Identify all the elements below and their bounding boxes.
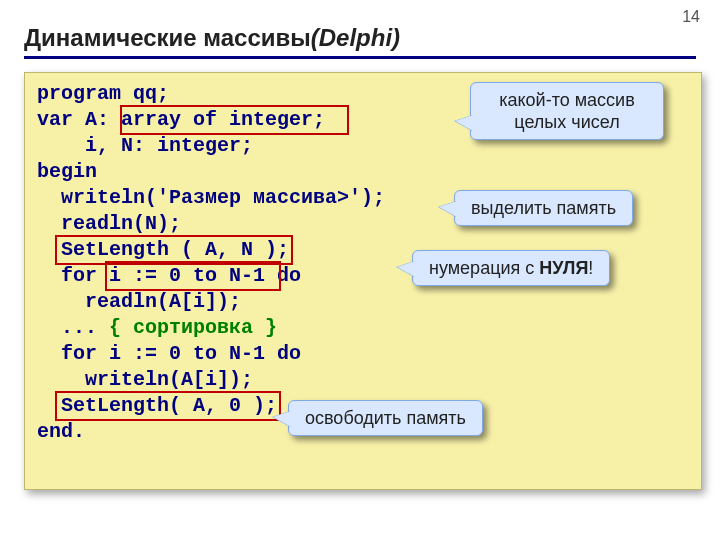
code-line: begin (37, 160, 97, 183)
callout-zero-index: нумерация с НУЛЯ! (412, 250, 610, 286)
callout-text: нумерация с (429, 258, 539, 278)
callout-emphasis: НУЛЯ (539, 258, 588, 278)
slide-title: Динамические массивы(Delphi) (24, 24, 696, 59)
callout-tail-icon (397, 261, 415, 277)
code-line: do (265, 264, 301, 287)
code-line: ... (37, 316, 109, 339)
callout-array: какой-то массив целых чисел (470, 82, 664, 140)
code-line: for i := 0 to N-1 do (37, 342, 301, 365)
callout-text: целых чисел (514, 112, 619, 132)
callout-text: какой-то массив (499, 90, 634, 110)
title-text: Динамические массивы (24, 24, 311, 51)
callout-free: освободить память (288, 400, 483, 436)
code-highlight-range: i := 0 to N-1 (109, 264, 265, 287)
code-highlight-setlength: SetLength ( A, N ); (37, 238, 289, 261)
callout-alloc: выделить память (454, 190, 633, 226)
code-comment: { сортировка } (109, 316, 277, 339)
title-subtitle: (Delphi) (311, 24, 400, 51)
callout-tail-icon (455, 115, 473, 131)
code-highlight-free: SetLength( A, 0 ); (37, 394, 277, 417)
code-line: readln(A[i]); (37, 290, 241, 313)
code-line: for (37, 264, 109, 287)
callout-text: освободить память (305, 408, 466, 428)
callout-tail-icon (273, 411, 291, 427)
code-line: i, N: integer; (37, 134, 253, 157)
code-line: program qq; (37, 82, 169, 105)
code-highlight-arraydecl: array of integer; (121, 108, 325, 131)
code-line: writeln('Размер массива>'); (37, 186, 385, 209)
code-line: readln(N); (37, 212, 181, 235)
callout-text: ! (588, 258, 593, 278)
code-line: var A: (37, 108, 121, 131)
callout-tail-icon (439, 201, 457, 217)
code-line: end. (37, 420, 85, 443)
code-line: writeln(A[i]); (37, 368, 253, 391)
callout-text: выделить память (471, 198, 616, 218)
